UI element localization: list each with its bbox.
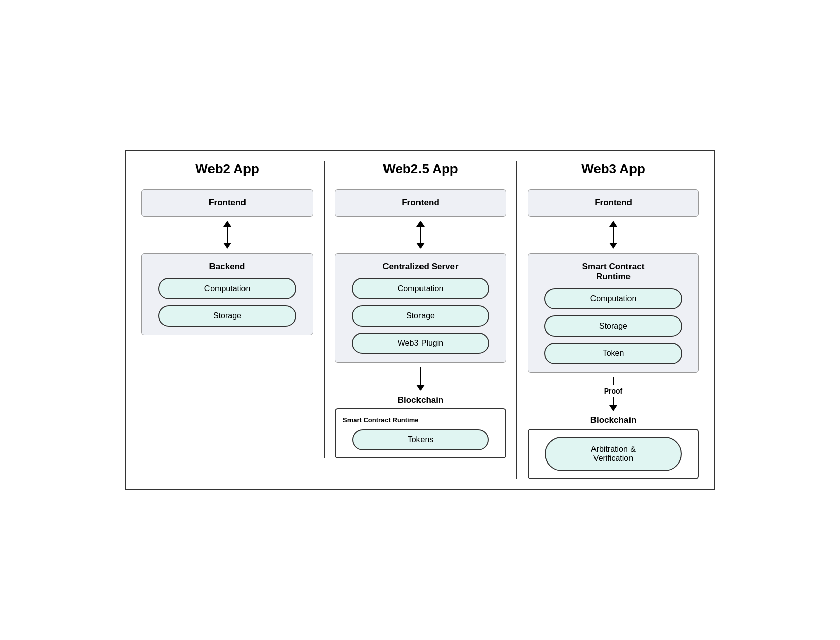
web3-down-line1 — [613, 377, 614, 385]
web3-frontend-label: Frontend — [594, 198, 632, 208]
web25-arrow-down — [416, 367, 425, 391]
web3-runtime-label: Smart Contract Runtime — [582, 262, 645, 282]
web3-arbitration-pill: Arbitration & Verification — [545, 437, 681, 471]
web25-title: Web2.5 App — [383, 161, 458, 177]
web3-arrow-line — [613, 227, 614, 243]
web2-backend-box: Backend Computation Storage — [141, 253, 313, 335]
web25-storage-pill: Storage — [352, 305, 489, 327]
web2-arrow-line — [227, 227, 228, 243]
web25-arrow-down-head — [416, 243, 425, 249]
web25-down-head — [416, 385, 425, 391]
web3-proof-label: Proof — [604, 387, 623, 395]
web3-down-head — [609, 405, 617, 411]
web25-frontend-label: Frontend — [402, 198, 439, 208]
web25-arrow-both — [416, 221, 425, 249]
web3-proof-arrow: Proof — [604, 377, 623, 411]
web3-title: Web3 App — [581, 161, 645, 177]
web2-arrow-down-head — [223, 243, 231, 249]
web25-smart-contract-label: Smart Contract Runtime — [343, 416, 419, 424]
web3-token-pill: Token — [544, 343, 682, 364]
web2-frontend-label: Frontend — [208, 198, 246, 208]
web2-arrow-both — [223, 221, 231, 249]
web25-computation-pill: Computation — [352, 278, 489, 299]
web25-tokens-pill: Tokens — [352, 429, 488, 450]
web3-column: Web3 App Frontend Smart Contract Runtime… — [516, 161, 709, 479]
web25-blockchain-label: Blockchain — [398, 395, 444, 405]
diagram-wrapper: Web2 App Frontend Backend Computation St… — [125, 150, 715, 490]
web25-server-box: Centralized Server Computation Storage W… — [335, 253, 506, 363]
web3-blockchain-box: Arbitration & Verification — [528, 429, 699, 479]
web3-computation-pill: Computation — [544, 288, 682, 309]
web25-server-label: Centralized Server — [382, 262, 458, 272]
web3-arrow-down-head — [609, 243, 617, 249]
web2-storage-pill: Storage — [158, 305, 297, 327]
web3-arrow-up-head — [609, 221, 617, 227]
web3-storage-pill: Storage — [544, 315, 682, 337]
web25-arrow-up-head — [416, 221, 425, 227]
web25-frontend-box: Frontend — [335, 189, 506, 217]
web25-arrow-line — [420, 227, 422, 243]
web25-column: Web2.5 App Frontend Centralized Server C… — [324, 161, 516, 458]
web3-frontend-box: Frontend — [528, 189, 699, 217]
web2-frontend-box: Frontend — [141, 189, 313, 217]
web2-title: Web2 App — [195, 161, 259, 177]
web25-plugin-pill: Web3 Plugin — [352, 333, 489, 354]
web25-blockchain-box: Smart Contract Runtime Tokens — [335, 408, 506, 458]
web3-blockchain-label: Blockchain — [590, 415, 637, 425]
web25-down-line — [420, 367, 422, 385]
web2-column: Web2 App Frontend Backend Computation St… — [131, 161, 324, 335]
web2-computation-pill: Computation — [158, 278, 297, 299]
web2-backend-label: Backend — [209, 262, 246, 272]
web3-down-line2 — [613, 397, 614, 405]
web3-runtime-box: Smart Contract Runtime Computation Stora… — [528, 253, 699, 373]
web2-arrow-up-head — [223, 221, 231, 227]
web3-arrow-both — [609, 221, 617, 249]
